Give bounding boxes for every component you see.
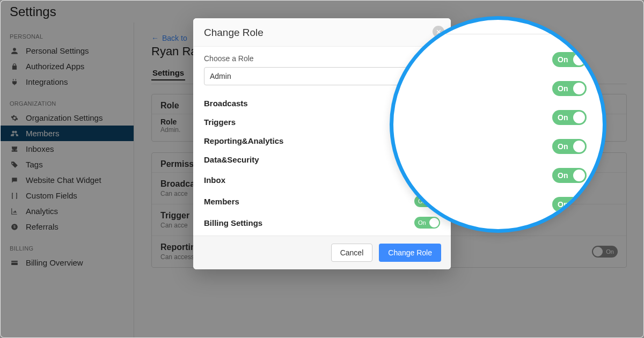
- magnifier-toggle-row: On: [409, 161, 587, 190]
- modal-permission-row: MembersOn: [204, 190, 440, 212]
- magnifier-toggle[interactable]: On: [552, 110, 587, 125]
- magnifier-toggle[interactable]: On: [552, 81, 587, 96]
- modal-permission-toggle[interactable]: On: [414, 217, 440, 229]
- modal-title: Change Role ✕: [193, 18, 451, 47]
- modal-permission-name: Triggers: [204, 117, 236, 127]
- modal-permission-name: Data&Security: [204, 155, 259, 164]
- modal-permission-name: Inbox: [204, 175, 225, 185]
- modal-permission-name: Broadcasts: [204, 99, 248, 108]
- modal-permission-name: Billing Settings: [204, 218, 262, 227]
- magnifier-toggle-row: On: [409, 74, 587, 103]
- magnifier-toggle-row: On: [409, 132, 587, 161]
- cancel-button[interactable]: Cancel: [331, 244, 373, 262]
- magnifier-toggle-row: On: [409, 45, 587, 74]
- magnifier-toggle[interactable]: On: [552, 139, 587, 154]
- magnifier-toggle[interactable]: On: [552, 168, 587, 183]
- modal-permission-name: Reporting&Analytics: [204, 136, 283, 145]
- modal-permission-name: Members: [204, 197, 239, 206]
- confirm-change-role-button[interactable]: Change Role: [379, 244, 441, 262]
- magnifier-toggle-row: On: [409, 103, 587, 132]
- magnifier-detail: OnOnOnOnOnOnOnOn: [390, 16, 606, 233]
- role-field-label: Choose a Role: [204, 54, 440, 63]
- modal-permission-row: Billing SettingsOn: [204, 212, 440, 233]
